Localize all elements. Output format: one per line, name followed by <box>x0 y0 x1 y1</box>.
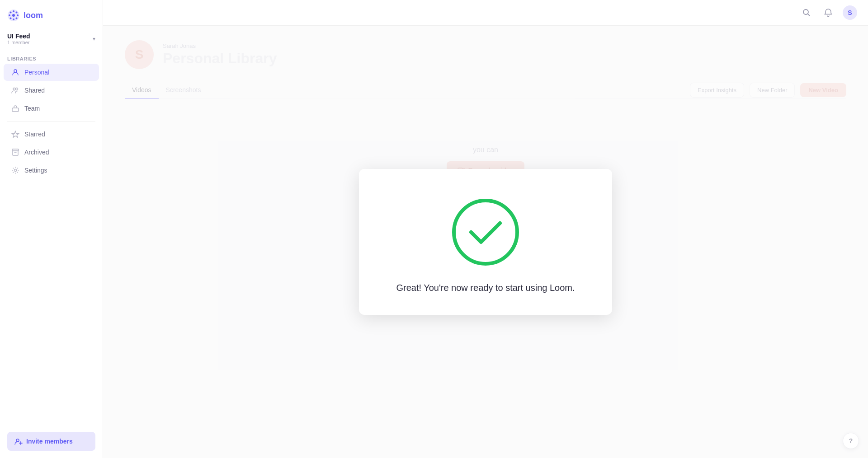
star-icon <box>11 130 20 139</box>
sidebar-item-shared-label: Shared <box>24 87 45 94</box>
sidebar-item-archived-label: Archived <box>24 149 49 156</box>
shared-icon <box>11 86 20 95</box>
sidebar-item-archived[interactable]: Archived <box>4 144 99 161</box>
svg-point-6 <box>16 18 18 19</box>
svg-point-10 <box>14 70 17 72</box>
svg-point-12 <box>16 88 18 90</box>
topbar: S <box>103 0 868 26</box>
logo-text: loom <box>24 11 43 20</box>
svg-point-9 <box>12 14 15 17</box>
settings-icon <box>11 166 20 175</box>
sidebar-item-team[interactable]: Team <box>4 100 99 117</box>
search-icon <box>802 8 811 17</box>
svg-point-8 <box>10 18 12 19</box>
search-button[interactable] <box>799 5 814 20</box>
bell-icon <box>824 8 833 17</box>
person-icon <box>11 68 20 77</box>
sidebar-item-team-label: Team <box>24 105 40 112</box>
sidebar-item-starred-label: Starred <box>24 131 45 138</box>
sidebar: loom UI Feed 1 member ▾ Libraries Person… <box>0 0 103 458</box>
logo: loom <box>0 0 103 29</box>
divider <box>7 121 95 122</box>
svg-rect-13 <box>12 108 19 112</box>
user-avatar-topbar[interactable]: S <box>843 5 857 20</box>
main: S S Sarah Jonas Personal Library Videos … <box>103 0 868 458</box>
sidebar-item-settings-label: Settings <box>24 167 47 174</box>
loom-logo-icon <box>7 9 20 22</box>
invite-icon <box>14 437 23 445</box>
svg-point-16 <box>16 439 19 442</box>
svg-point-4 <box>17 14 19 16</box>
sidebar-item-shared[interactable]: Shared <box>4 82 99 99</box>
svg-point-15 <box>14 169 17 172</box>
svg-point-19 <box>454 201 517 264</box>
modal-message: Great! You're now ready to start using L… <box>396 283 575 293</box>
svg-point-1 <box>13 10 14 12</box>
notifications-button[interactable] <box>821 5 835 20</box>
svg-point-3 <box>9 14 10 16</box>
workspace-selector[interactable]: UI Feed 1 member ▾ <box>0 29 103 52</box>
workspace-name: UI Feed <box>7 33 30 40</box>
content-area: S Sarah Jonas Personal Library Videos Sc… <box>103 26 868 458</box>
sidebar-bottom: Invite members <box>0 425 103 458</box>
libraries-label: Libraries <box>0 52 103 63</box>
svg-point-11 <box>13 88 15 90</box>
sidebar-item-personal-label: Personal <box>24 69 49 76</box>
team-icon <box>11 104 20 113</box>
success-circle-icon <box>449 196 522 268</box>
sidebar-item-personal[interactable]: Personal <box>4 64 99 81</box>
svg-point-17 <box>803 9 808 14</box>
workspace-members: 1 member <box>7 40 30 45</box>
invite-members-button[interactable]: Invite members <box>7 432 95 451</box>
sidebar-item-starred[interactable]: Starred <box>4 126 99 143</box>
svg-point-7 <box>16 12 18 14</box>
invite-members-label: Invite members <box>26 438 73 445</box>
success-modal: Great! You're now ready to start using L… <box>359 169 612 315</box>
sidebar-item-settings[interactable]: Settings <box>4 162 99 179</box>
chevron-down-icon: ▾ <box>93 36 95 42</box>
svg-point-2 <box>13 19 14 20</box>
archive-icon <box>11 148 20 157</box>
svg-point-5 <box>10 12 12 14</box>
modal-overlay: Great! You're now ready to start using L… <box>103 26 868 458</box>
